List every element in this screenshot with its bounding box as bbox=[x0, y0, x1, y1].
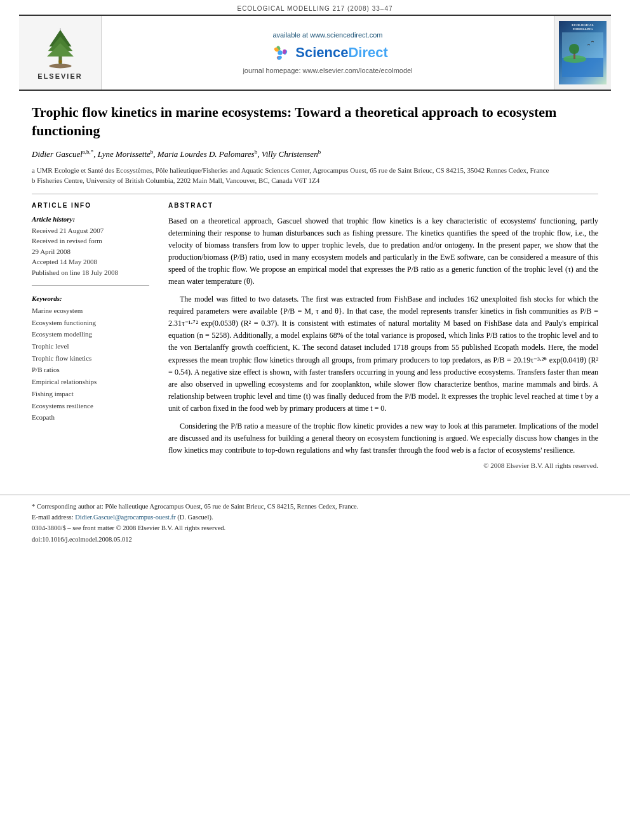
svg-point-7 bbox=[278, 50, 283, 55]
author3-sup: b bbox=[255, 149, 258, 155]
journal-cover: ECOLOGICALMODELLING bbox=[554, 16, 611, 90]
author4-sup: b bbox=[318, 149, 321, 155]
abstract-body: Based on a theoretical approach, Gascuel… bbox=[168, 215, 598, 457]
keyword-2: Ecosystem functioning bbox=[32, 317, 149, 329]
authors-line: Didier Gascuela,b,*, Lyne Morissetteb, M… bbox=[32, 149, 598, 159]
footer-area: * Corresponding author at: Pôle halieuti… bbox=[0, 495, 630, 549]
article-title: Trophic flow kinetics in marine ecosyste… bbox=[32, 103, 598, 140]
received-2: Received in revised form bbox=[32, 236, 149, 246]
divider-1 bbox=[32, 194, 598, 194]
keyword-3: Ecosystem modelling bbox=[32, 328, 149, 340]
history-label: Article history: bbox=[32, 215, 149, 223]
author1-name: Didier Gascuel bbox=[32, 150, 83, 159]
svg-point-18 bbox=[569, 44, 579, 54]
abstract-p1: Based on a theoretical approach, Gascuel… bbox=[168, 215, 598, 288]
corresponding-note-text: * Corresponding author at: Pôle halieuti… bbox=[32, 503, 358, 510]
journal-homepage: journal homepage: www.elsevier.com/locat… bbox=[243, 67, 412, 74]
author2-name: Lyne Morissette bbox=[98, 150, 151, 159]
journal-center: available at www.sciencedirect.com Scien… bbox=[102, 16, 554, 90]
affiliation-a: a UMR Ecologie et Santé des Ecosystèmes,… bbox=[32, 165, 598, 176]
email-link[interactable]: Didier.Gascuel@agrocampus-ouest.fr bbox=[75, 514, 175, 521]
keyword-8: Fishing impact bbox=[32, 388, 149, 400]
abstract-heading: Abstract bbox=[168, 202, 598, 209]
corresponding-author-note: * Corresponding author at: Pôle halieuti… bbox=[32, 502, 598, 512]
journal-citation: Ecological Modelling 217 (2008) 33–47 bbox=[237, 5, 392, 12]
keyword-list: Marine ecosystem Ecosystem functioning E… bbox=[32, 305, 149, 423]
sciencedirect-text: ScienceDirect bbox=[295, 44, 388, 61]
email-label: E-mail address: bbox=[32, 514, 74, 521]
right-column: Abstract Based on a theoretical approach… bbox=[168, 202, 598, 470]
keywords-label: Keywords: bbox=[32, 295, 149, 302]
keyword-6: P/B ratios bbox=[32, 364, 149, 376]
svg-point-5 bbox=[58, 60, 62, 63]
abstract-p2: The model was fitted to two datasets. Th… bbox=[168, 293, 598, 415]
sciencedirect-flower-icon bbox=[267, 44, 293, 62]
abstract-p3: Considering the P/B ratio a measure of t… bbox=[168, 420, 598, 457]
received-2b: 29 April 2008 bbox=[32, 246, 149, 257]
two-column-layout: Article Info Article history: Received 2… bbox=[32, 202, 598, 470]
keyword-10: Ecopath bbox=[32, 411, 149, 423]
published-date: Published on line 18 July 2008 bbox=[32, 267, 149, 278]
divider-left bbox=[32, 285, 149, 286]
affiliation-b: b Fisheries Centre, University of Britis… bbox=[32, 175, 598, 186]
copyright-notice: © 2008 Elsevier B.V. All rights reserved… bbox=[168, 462, 598, 469]
sciencedirect-logo: ScienceDirect bbox=[267, 44, 388, 62]
keyword-7: Empirical relationships bbox=[32, 376, 149, 388]
article-info-heading: Article Info bbox=[32, 202, 149, 209]
available-at-text: available at www.sciencedirect.com bbox=[272, 31, 382, 39]
author1-sup: a,b,* bbox=[83, 149, 94, 155]
author3-name: Maria Lourdes D. Palomares bbox=[158, 150, 255, 159]
author4-name: Villy Christensen bbox=[262, 150, 318, 159]
author2-sup: b bbox=[151, 149, 154, 155]
doi-note: doi:10.1016/j.ecolmodel.2008.05.012 bbox=[32, 536, 598, 543]
left-column: Article Info Article history: Received 2… bbox=[32, 202, 149, 470]
rights-note: 0304-3800/$ – see front matter © 2008 El… bbox=[32, 523, 598, 534]
keyword-5: Trophic flow kinetics bbox=[32, 352, 149, 364]
journal-header: Ecological Modelling 217 (2008) 33–47 bbox=[0, 0, 630, 15]
cover-image: ECOLOGICALMODELLING bbox=[559, 21, 607, 84]
keyword-9: Ecosystems resilience bbox=[32, 400, 149, 412]
cover-illustration bbox=[562, 32, 603, 77]
keyword-4: Trophic level bbox=[32, 340, 149, 352]
elsevier-label: ELSEVIER bbox=[37, 72, 82, 80]
affiliations: a UMR Ecologie et Santé des Ecosystèmes,… bbox=[32, 165, 598, 186]
cover-title: ECOLOGICALMODELLING bbox=[572, 23, 593, 31]
elsevier-tree-icon bbox=[38, 25, 83, 70]
email-note: E-mail address: Didier.Gascuel@agrocampu… bbox=[32, 512, 598, 523]
email-suffix: (D. Gascuel). bbox=[177, 514, 213, 521]
content-area: Trophic flow kinetics in marine ecosyste… bbox=[0, 91, 630, 482]
page-container: Ecological Modelling 217 (2008) 33–47 EL… bbox=[0, 0, 630, 840]
accepted-date: Accepted 14 May 2008 bbox=[32, 257, 149, 267]
header-banner: ELSEVIER available at www.sciencedirect.… bbox=[19, 15, 611, 91]
keywords-section: Keywords: Marine ecosystem Ecosystem fun… bbox=[32, 295, 149, 423]
elsevier-logo: ELSEVIER bbox=[19, 16, 102, 90]
keyword-1: Marine ecosystem bbox=[32, 305, 149, 317]
received-1: Received 21 August 2007 bbox=[32, 225, 149, 236]
svg-point-1 bbox=[49, 63, 71, 68]
svg-point-13 bbox=[277, 55, 283, 61]
